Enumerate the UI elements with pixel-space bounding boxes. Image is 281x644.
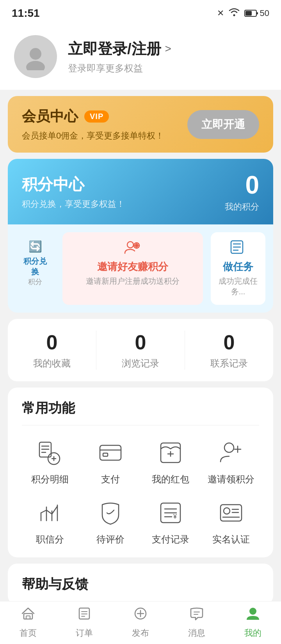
status-bar: 11:51 ✕ 50: [0, 0, 281, 23]
exchange-sub: 积分: [22, 277, 48, 286]
favorites-label: 我的收藏: [8, 357, 96, 370]
exchange-icon: 🔄: [22, 240, 48, 253]
svg-rect-23: [103, 453, 108, 456]
nav-home[interactable]: 首页: [0, 601, 56, 644]
nav-publish-label: 发布: [132, 627, 149, 639]
tasks-desc: 成功完成任务...: [217, 276, 259, 297]
invite-desc: 邀请新用户注册成功送积分: [69, 276, 197, 286]
svg-point-5: [26, 61, 45, 70]
divider: [22, 425, 259, 425]
login-text[interactable]: 立即登录/注册: [68, 39, 161, 59]
stats-card: 0 我的收藏 0 浏览记录 0 联系记录: [8, 319, 273, 381]
svg-text:¥: ¥: [173, 513, 177, 520]
payment-record-icon: ¥: [155, 497, 186, 528]
sim-icon: ✕: [217, 8, 224, 18]
real-name-icon: [215, 497, 247, 528]
points-action-invite[interactable]: 邀请好友赚积分 邀请新用户注册成功送积分: [62, 232, 203, 305]
func-job-credit[interactable]: 职信分: [22, 497, 78, 546]
points-number: 0: [225, 171, 259, 199]
stats-browse[interactable]: 0 浏览记录: [96, 331, 185, 370]
contacts-label: 联系记录: [185, 357, 273, 370]
avatar: [14, 35, 57, 78]
invite-points-label: 邀请领积分: [208, 473, 254, 486]
func-real-name[interactable]: 实名认证: [203, 497, 260, 546]
pending-review-label: 待评价: [96, 533, 124, 546]
points-actions: 🔄 积分兑换 积分 邀请好友赚积分 邀请新用户注册成功送积分: [8, 224, 273, 313]
points-card[interactable]: 积分中心 积分兑换，享受更多权益！ 0 我的积分: [8, 159, 273, 224]
exchange-label: 积分兑换: [22, 256, 48, 277]
vip-activate-button[interactable]: 立即开通: [187, 110, 259, 139]
vip-title-row: 会员中心 VIP: [22, 107, 164, 126]
profile-arrow: >: [165, 43, 171, 55]
nav-messages[interactable]: 消息: [169, 601, 225, 644]
tasks-title: 做任务: [217, 260, 259, 274]
nav-orders[interactable]: 订单: [56, 601, 112, 644]
messages-icon: [189, 607, 204, 624]
nav-publish[interactable]: 发布: [112, 601, 169, 644]
contacts-count: 0: [185, 331, 273, 354]
func-invite-points[interactable]: 邀请领积分: [203, 437, 260, 486]
profile-info[interactable]: 立即登录/注册 > 登录即享更多权益: [68, 39, 171, 75]
func-points-detail[interactable]: 积分明细: [22, 437, 78, 486]
vip-title: 会员中心: [22, 107, 78, 126]
help-section: 帮助与反馈: [8, 564, 273, 605]
tasks-icon: [217, 240, 259, 257]
svg-point-40: [224, 508, 230, 514]
stats-favorites[interactable]: 0 我的收藏: [8, 331, 96, 370]
svg-point-4: [30, 48, 41, 60]
svg-point-6: [127, 242, 133, 248]
vip-desc: 会员接单0佣金，享受更多接单特权！: [22, 130, 164, 142]
invite-title: 邀请好友赚积分: [69, 260, 197, 274]
home-icon: [21, 607, 36, 624]
points-action-exchange[interactable]: 🔄 积分兑换 积分: [16, 232, 55, 305]
nav-mine[interactable]: 我的: [225, 601, 281, 644]
points-action-tasks[interactable]: 做任务 成功完成任务...: [211, 232, 265, 305]
svg-point-27: [224, 443, 234, 452]
wifi-icon: [229, 8, 240, 19]
svg-rect-3: [257, 12, 258, 14]
functions-grid: 积分明细 支付 我的红包: [22, 437, 259, 546]
points-title: 积分中心: [22, 174, 125, 195]
red-packet-label: 我的红包: [152, 473, 189, 486]
payment-record-label: 支付记录: [152, 533, 189, 546]
points-detail-icon: [34, 437, 66, 468]
red-packet-icon: [155, 437, 186, 468]
common-functions-title: 常用功能: [22, 399, 259, 417]
nav-mine-label: 我的: [244, 627, 261, 639]
invite-icon: [69, 240, 197, 257]
profile-subtitle: 登录即享更多权益: [68, 62, 171, 75]
publish-icon: [133, 607, 148, 624]
func-pending-review[interactable]: 待评价: [82, 497, 139, 546]
points-detail-label: 积分明细: [31, 473, 69, 486]
func-payment-record[interactable]: ¥ 支付记录: [142, 497, 199, 546]
real-name-label: 实名认证: [212, 533, 250, 546]
vip-card[interactable]: 会员中心 VIP 会员接单0佣金，享受更多接单特权！ 立即开通: [8, 96, 273, 153]
bottom-nav: 首页 订单 发布: [0, 601, 281, 644]
svg-point-0: [233, 14, 235, 16]
common-functions-card: 常用功能 积分明细: [8, 388, 273, 557]
favorites-count: 0: [8, 331, 96, 354]
func-payment[interactable]: 支付: [82, 437, 139, 486]
points-info: 积分中心 积分兑换，享受更多权益！: [22, 174, 125, 210]
mine-icon: [245, 607, 260, 624]
nav-orders-label: 订单: [76, 627, 93, 639]
orders-icon: [77, 607, 92, 624]
func-red-packet[interactable]: 我的红包: [142, 437, 199, 486]
job-credit-label: 职信分: [36, 533, 64, 546]
points-score: 0 我的积分: [225, 171, 259, 213]
points-label: 我的积分: [225, 201, 259, 213]
profile-header[interactable]: 立即登录/注册 > 登录即享更多权益: [0, 23, 281, 90]
points-desc: 积分兑换，享受更多权益！: [22, 198, 125, 210]
battery-level: 50: [260, 8, 269, 18]
browse-count: 0: [96, 331, 185, 354]
stats-contacts[interactable]: 0 联系记录: [185, 331, 273, 370]
status-time: 11:51: [12, 7, 40, 20]
vip-info: 会员中心 VIP 会员接单0佣金，享受更多接单特权！: [22, 107, 164, 142]
pending-review-icon: [95, 497, 126, 528]
vip-badge: VIP: [84, 110, 109, 123]
nav-messages-label: 消息: [188, 627, 205, 639]
svg-rect-21: [100, 445, 121, 460]
nav-home-label: 首页: [20, 627, 37, 639]
login-row[interactable]: 立即登录/注册 >: [68, 39, 171, 59]
payment-label: 支付: [101, 473, 120, 486]
